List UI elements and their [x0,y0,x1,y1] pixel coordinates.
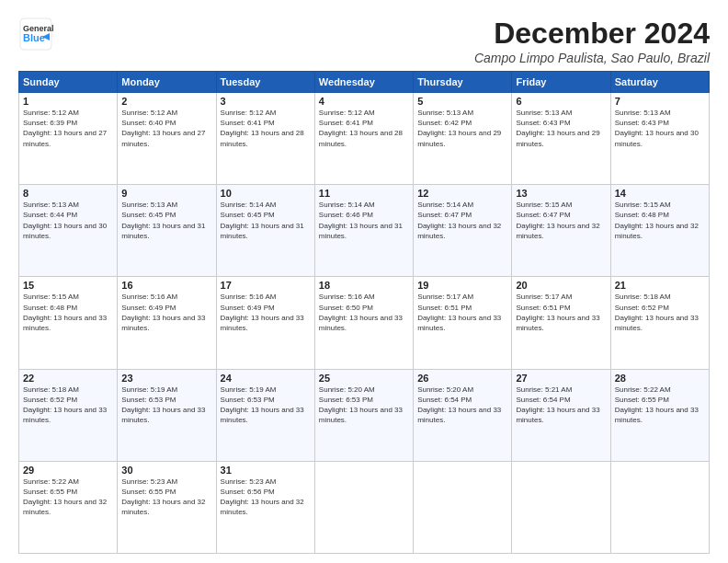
day-number: 22 [23,373,113,384]
day-number: 4 [319,96,409,107]
day-info: Sunrise: 5:13 AMSunset: 6:42 PMDaylight:… [417,109,501,148]
day-number: 30 [121,465,211,476]
day-number: 25 [319,373,409,384]
day-cell-4: 4Sunrise: 5:12 AMSunset: 6:41 PMDaylight… [314,93,413,185]
day-info: Sunrise: 5:23 AMSunset: 6:56 PMDaylight:… [221,477,304,517]
day-number: 26 [417,373,507,384]
title-block: December 2024 Campo Limpo Paulista, Sao … [474,17,710,65]
day-cell-8: 8Sunrise: 5:13 AMSunset: 6:44 PMDaylight… [19,185,118,277]
day-cell-31: 31Sunrise: 5:23 AMSunset: 6:56 PMDayligh… [216,461,314,553]
day-cell-11: 11Sunrise: 5:14 AMSunset: 6:46 PMDayligh… [314,185,413,277]
day-cell-21: 21Sunrise: 5:18 AMSunset: 6:52 PMDayligh… [610,277,709,369]
day-cell-23: 23Sunrise: 5:19 AMSunset: 6:53 PMDayligh… [118,369,216,461]
day-number: 7 [615,96,705,107]
day-info: Sunrise: 5:17 AMSunset: 6:51 PMDaylight:… [417,293,501,332]
day-cell-12: 12Sunrise: 5:14 AMSunset: 6:47 PMDayligh… [414,185,512,277]
day-number: 11 [319,188,409,199]
day-cell-16: 16Sunrise: 5:16 AMSunset: 6:49 PMDayligh… [118,277,216,369]
header: General Blue December 2024 Campo Limpo P… [18,17,710,65]
day-cell-18: 18Sunrise: 5:16 AMSunset: 6:50 PMDayligh… [314,277,413,369]
day-info: Sunrise: 5:16 AMSunset: 6:50 PMDaylight:… [319,293,403,332]
day-info: Sunrise: 5:15 AMSunset: 6:47 PMDaylight:… [516,201,599,240]
day-info: Sunrise: 5:13 AMSunset: 6:43 PMDaylight:… [516,109,599,148]
day-info: Sunrise: 5:13 AMSunset: 6:44 PMDaylight:… [23,201,107,240]
day-cell-17: 17Sunrise: 5:16 AMSunset: 6:49 PMDayligh… [216,277,314,369]
day-info: Sunrise: 5:13 AMSunset: 6:43 PMDaylight:… [615,109,699,148]
page-subtitle: Campo Limpo Paulista, Sao Paulo, Brazil [474,51,710,65]
col-header-saturday: Saturday [610,72,709,93]
day-info: Sunrise: 5:14 AMSunset: 6:47 PMDaylight:… [417,201,501,240]
day-info: Sunrise: 5:12 AMSunset: 6:41 PMDaylight:… [221,109,304,148]
day-number: 20 [516,280,606,291]
page: General Blue December 2024 Campo Limpo P… [0,0,728,563]
col-header-wednesday: Wednesday [314,72,413,93]
empty-cell [512,461,610,553]
day-number: 13 [516,188,606,199]
day-info: Sunrise: 5:14 AMSunset: 6:46 PMDaylight:… [319,201,403,240]
day-number: 17 [221,280,311,291]
day-number: 14 [615,188,705,199]
day-info: Sunrise: 5:16 AMSunset: 6:49 PMDaylight:… [221,293,304,332]
day-number: 21 [615,280,705,291]
day-cell-28: 28Sunrise: 5:22 AMSunset: 6:55 PMDayligh… [610,369,709,461]
day-number: 2 [121,96,211,107]
calendar-week-4: 22Sunrise: 5:18 AMSunset: 6:52 PMDayligh… [19,369,710,461]
day-info: Sunrise: 5:19 AMSunset: 6:53 PMDaylight:… [121,385,205,425]
day-cell-13: 13Sunrise: 5:15 AMSunset: 6:47 PMDayligh… [512,185,610,277]
day-cell-22: 22Sunrise: 5:18 AMSunset: 6:52 PMDayligh… [19,369,118,461]
day-info: Sunrise: 5:14 AMSunset: 6:45 PMDaylight:… [221,201,304,240]
calendar-week-1: 1Sunrise: 5:12 AMSunset: 6:39 PMDaylight… [19,93,710,185]
page-title: December 2024 [474,17,710,51]
day-number: 5 [417,96,507,107]
day-number: 15 [23,280,113,291]
day-cell-14: 14Sunrise: 5:15 AMSunset: 6:48 PMDayligh… [610,185,709,277]
day-info: Sunrise: 5:12 AMSunset: 6:41 PMDaylight:… [319,109,403,148]
day-cell-3: 3Sunrise: 5:12 AMSunset: 6:41 PMDaylight… [216,93,314,185]
day-number: 12 [417,188,507,199]
day-cell-19: 19Sunrise: 5:17 AMSunset: 6:51 PMDayligh… [414,277,512,369]
day-number: 24 [221,373,311,384]
day-info: Sunrise: 5:17 AMSunset: 6:51 PMDaylight:… [516,293,599,332]
col-header-sunday: Sunday [19,72,118,93]
day-number: 8 [23,188,113,199]
day-info: Sunrise: 5:21 AMSunset: 6:54 PMDaylight:… [516,385,599,425]
col-header-monday: Monday [118,72,216,93]
day-cell-29: 29Sunrise: 5:22 AMSunset: 6:55 PMDayligh… [19,461,118,553]
day-cell-30: 30Sunrise: 5:23 AMSunset: 6:55 PMDayligh… [118,461,216,553]
day-info: Sunrise: 5:22 AMSunset: 6:55 PMDaylight:… [23,477,107,517]
svg-text:Blue: Blue [23,32,45,43]
day-number: 29 [23,465,113,476]
day-number: 18 [319,280,409,291]
day-info: Sunrise: 5:20 AMSunset: 6:54 PMDaylight:… [417,385,501,425]
day-number: 3 [221,96,311,107]
day-cell-20: 20Sunrise: 5:17 AMSunset: 6:51 PMDayligh… [512,277,610,369]
day-info: Sunrise: 5:12 AMSunset: 6:40 PMDaylight:… [121,109,205,148]
day-info: Sunrise: 5:15 AMSunset: 6:48 PMDaylight:… [615,201,699,240]
day-cell-10: 10Sunrise: 5:14 AMSunset: 6:45 PMDayligh… [216,185,314,277]
day-cell-1: 1Sunrise: 5:12 AMSunset: 6:39 PMDaylight… [19,93,118,185]
day-cell-7: 7Sunrise: 5:13 AMSunset: 6:43 PMDaylight… [610,93,709,185]
col-header-thursday: Thursday [414,72,512,93]
calendar-week-5: 29Sunrise: 5:22 AMSunset: 6:55 PMDayligh… [19,461,710,553]
empty-cell [414,461,512,553]
day-number: 19 [417,280,507,291]
day-cell-26: 26Sunrise: 5:20 AMSunset: 6:54 PMDayligh… [414,369,512,461]
day-number: 31 [221,465,311,476]
day-number: 23 [121,373,211,384]
day-cell-25: 25Sunrise: 5:20 AMSunset: 6:53 PMDayligh… [314,369,413,461]
day-number: 1 [23,96,113,107]
day-info: Sunrise: 5:23 AMSunset: 6:55 PMDaylight:… [121,477,205,517]
empty-cell [610,461,709,553]
day-number: 6 [516,96,606,107]
calendar-table: SundayMondayTuesdayWednesdayThursdayFrid… [18,71,710,554]
day-info: Sunrise: 5:18 AMSunset: 6:52 PMDaylight:… [23,385,107,425]
day-number: 28 [615,373,705,384]
day-number: 9 [121,188,211,199]
day-cell-6: 6Sunrise: 5:13 AMSunset: 6:43 PMDaylight… [512,93,610,185]
day-info: Sunrise: 5:13 AMSunset: 6:45 PMDaylight:… [121,201,205,240]
day-cell-27: 27Sunrise: 5:21 AMSunset: 6:54 PMDayligh… [512,369,610,461]
day-cell-5: 5Sunrise: 5:13 AMSunset: 6:42 PMDaylight… [414,93,512,185]
day-number: 16 [121,280,211,291]
day-number: 10 [221,188,311,199]
day-cell-2: 2Sunrise: 5:12 AMSunset: 6:40 PMDaylight… [118,93,216,185]
